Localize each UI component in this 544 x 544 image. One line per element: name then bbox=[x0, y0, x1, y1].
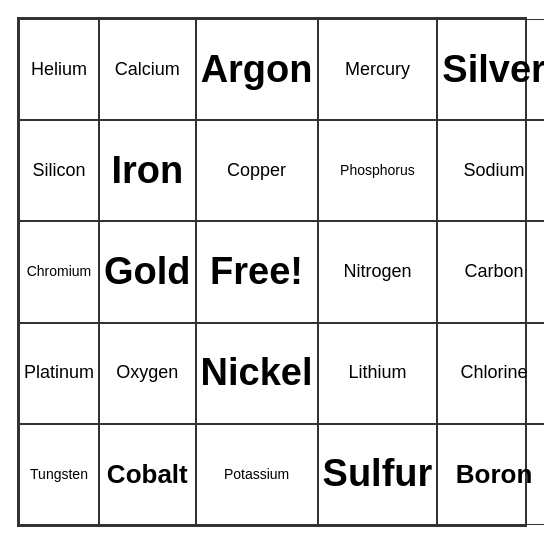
cell-label-4: Silver bbox=[442, 49, 544, 91]
bingo-cell-1: Calcium bbox=[99, 19, 196, 120]
bingo-cell-12: Free! bbox=[196, 221, 318, 322]
bingo-cell-0: Helium bbox=[19, 19, 99, 120]
bingo-cell-15: Platinum bbox=[19, 323, 99, 424]
cell-label-22: Potassium bbox=[224, 467, 289, 482]
cell-label-6: Iron bbox=[111, 150, 183, 192]
bingo-cell-17: Nickel bbox=[196, 323, 318, 424]
cell-label-19: Chlorine bbox=[461, 363, 528, 383]
cell-label-2: Argon bbox=[201, 49, 313, 91]
bingo-cell-13: Nitrogen bbox=[318, 221, 438, 322]
bingo-cell-5: Silicon bbox=[19, 120, 99, 221]
cell-label-16: Oxygen bbox=[116, 363, 178, 383]
cell-label-23: Sulfur bbox=[323, 453, 433, 495]
bingo-cell-18: Lithium bbox=[318, 323, 438, 424]
cell-label-1: Calcium bbox=[115, 60, 180, 80]
bingo-cell-2: Argon bbox=[196, 19, 318, 120]
cell-label-0: Helium bbox=[31, 60, 87, 80]
cell-label-12: Free! bbox=[210, 251, 303, 293]
bingo-cell-20: Tungsten bbox=[19, 424, 99, 525]
cell-label-11: Gold bbox=[104, 251, 191, 293]
cell-label-9: Sodium bbox=[464, 161, 525, 181]
cell-label-7: Copper bbox=[227, 161, 286, 181]
cell-label-14: Carbon bbox=[465, 262, 524, 282]
cell-label-3: Mercury bbox=[345, 60, 410, 80]
bingo-cell-14: Carbon bbox=[437, 221, 544, 322]
bingo-cell-9: Sodium bbox=[437, 120, 544, 221]
cell-label-5: Silicon bbox=[33, 161, 86, 181]
cell-label-21: Cobalt bbox=[107, 460, 188, 489]
bingo-cell-4: Silver bbox=[437, 19, 544, 120]
bingo-cell-23: Sulfur bbox=[318, 424, 438, 525]
bingo-cell-8: Phosphorus bbox=[318, 120, 438, 221]
bingo-cell-6: Iron bbox=[99, 120, 196, 221]
bingo-cell-10: Chromium bbox=[19, 221, 99, 322]
cell-label-15: Platinum bbox=[24, 363, 94, 383]
cell-label-24: Boron bbox=[456, 460, 533, 489]
cell-label-8: Phosphorus bbox=[340, 163, 415, 178]
bingo-cell-21: Cobalt bbox=[99, 424, 196, 525]
bingo-cell-11: Gold bbox=[99, 221, 196, 322]
bingo-cell-19: Chlorine bbox=[437, 323, 544, 424]
bingo-cell-16: Oxygen bbox=[99, 323, 196, 424]
bingo-cell-22: Potassium bbox=[196, 424, 318, 525]
bingo-cell-7: Copper bbox=[196, 120, 318, 221]
bingo-board: HeliumCalciumArgonMercurySilverSiliconIr… bbox=[17, 17, 527, 527]
cell-label-13: Nitrogen bbox=[343, 262, 411, 282]
cell-label-10: Chromium bbox=[27, 264, 92, 279]
cell-label-20: Tungsten bbox=[30, 467, 88, 482]
cell-label-18: Lithium bbox=[348, 363, 406, 383]
bingo-cell-3: Mercury bbox=[318, 19, 438, 120]
bingo-cell-24: Boron bbox=[437, 424, 544, 525]
cell-label-17: Nickel bbox=[201, 352, 313, 394]
